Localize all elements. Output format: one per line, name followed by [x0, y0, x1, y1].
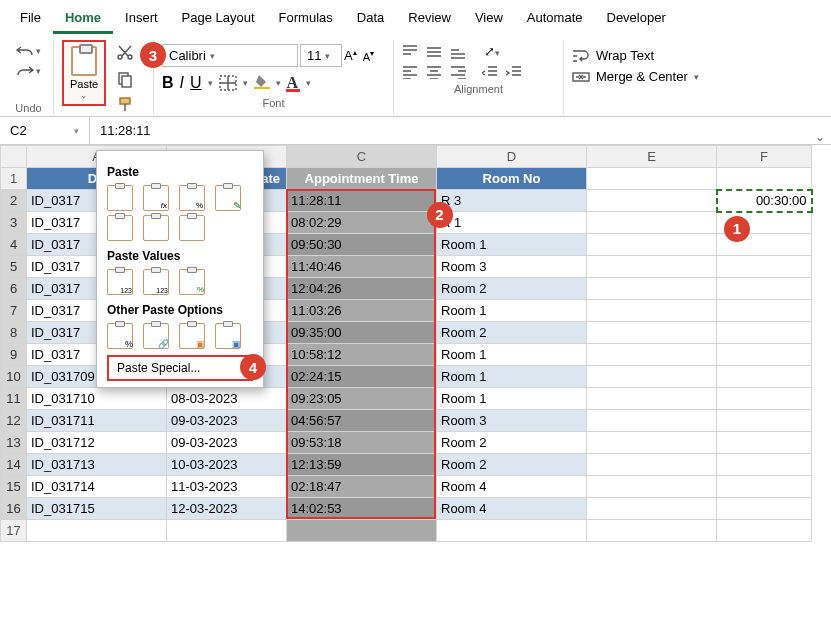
copy-icon[interactable] [116, 70, 134, 88]
cell[interactable] [587, 432, 717, 454]
cell[interactable]: Room 4 [437, 476, 587, 498]
paste-formatting[interactable]: % [107, 323, 133, 349]
cell[interactable] [717, 278, 812, 300]
cell[interactable] [587, 168, 717, 190]
cell[interactable] [167, 520, 287, 542]
tab-automate[interactable]: Automate [515, 4, 595, 34]
redo-button[interactable]: ▾ [16, 64, 41, 78]
cell[interactable]: 09:23:05 [287, 388, 437, 410]
cell[interactable]: 08:02:29 [287, 212, 437, 234]
cell[interactable] [587, 454, 717, 476]
underline-button[interactable]: U [190, 74, 202, 92]
cell[interactable] [587, 520, 717, 542]
cell[interactable] [587, 322, 717, 344]
paste-option-noborders[interactable] [107, 215, 133, 241]
cell[interactable] [717, 366, 812, 388]
row-header[interactable]: 7 [1, 300, 27, 322]
cut-icon[interactable] [116, 44, 134, 62]
cell[interactable] [717, 344, 812, 366]
row-header[interactable]: 17 [1, 520, 27, 542]
cell[interactable] [717, 432, 812, 454]
row-header[interactable]: 8 [1, 322, 27, 344]
wrap-text-button[interactable]: Wrap Text [572, 48, 699, 63]
cell[interactable]: Room 2 [437, 432, 587, 454]
paste-option-widths[interactable] [143, 215, 169, 241]
increase-indent-icon[interactable] [506, 65, 522, 79]
collapse-ribbon-icon[interactable]: ⌄ [815, 130, 825, 144]
cell[interactable]: 10-03-2023 [167, 454, 287, 476]
cell[interactable]: 09:50:30 [287, 234, 437, 256]
row-header[interactable]: 5 [1, 256, 27, 278]
cell[interactable] [27, 520, 167, 542]
cell[interactable] [717, 388, 812, 410]
tab-home[interactable]: Home [53, 4, 113, 34]
cell[interactable]: 09-03-2023 [167, 410, 287, 432]
formula-value[interactable]: 11:28:11 [90, 117, 831, 144]
borders-icon[interactable] [219, 75, 237, 91]
tab-data[interactable]: Data [345, 4, 396, 34]
cell[interactable]: Room 1 [437, 388, 587, 410]
cell[interactable]: Room 2 [437, 454, 587, 476]
cell[interactable]: R 1 [437, 212, 587, 234]
cell[interactable]: Room 1 [437, 234, 587, 256]
cell[interactable]: Room 1 [437, 300, 587, 322]
cell[interactable]: 14:02:53 [287, 498, 437, 520]
row-header[interactable]: 2 [1, 190, 27, 212]
cell[interactable] [717, 454, 812, 476]
cell[interactable]: 09:35:00 [287, 322, 437, 344]
row-header[interactable]: 16 [1, 498, 27, 520]
paste-values-source[interactable]: % [179, 269, 205, 295]
cell[interactable]: ID_031713 [27, 454, 167, 476]
italic-button[interactable]: I [180, 74, 184, 92]
font-color-icon[interactable]: A [287, 74, 301, 92]
row-header[interactable]: 10 [1, 366, 27, 388]
row-header[interactable]: 4 [1, 234, 27, 256]
cell[interactable]: Room 3 [437, 256, 587, 278]
paste-values[interactable]: 123 [107, 269, 133, 295]
cell[interactable]: 12:04:26 [287, 278, 437, 300]
cell[interactable]: ID_031710 [27, 388, 167, 410]
cell[interactable] [587, 410, 717, 432]
cell[interactable] [587, 212, 717, 234]
table-header[interactable]: Room No [437, 168, 587, 190]
cell[interactable]: 00:30:00 [717, 190, 812, 212]
cell[interactable]: ID_031714 [27, 476, 167, 498]
col-header-D[interactable]: D [437, 146, 587, 168]
cell[interactable]: Room 3 [437, 410, 587, 432]
align-bottom-icon[interactable] [450, 45, 466, 59]
cell[interactable]: 09-03-2023 [167, 432, 287, 454]
tab-insert[interactable]: Insert [113, 4, 170, 34]
cell[interactable] [287, 520, 437, 542]
cell[interactable]: R 3 [437, 190, 587, 212]
paste-option-formulas-format[interactable]: % [179, 185, 205, 211]
cell[interactable]: ID_031711 [27, 410, 167, 432]
row-header[interactable]: 14 [1, 454, 27, 476]
paste-picture[interactable]: ▣ [179, 323, 205, 349]
cell[interactable]: 09:53:18 [287, 432, 437, 454]
col-header-C[interactable]: C [287, 146, 437, 168]
cell[interactable] [717, 498, 812, 520]
grow-font-icon[interactable]: A▴ [344, 48, 357, 63]
cell[interactable]: Room 2 [437, 278, 587, 300]
paste-button[interactable]: Paste ⌄ [62, 40, 106, 106]
undo-button[interactable]: ▾ [16, 44, 41, 58]
name-box[interactable]: C2▾ [0, 117, 90, 144]
cell[interactable]: 02:18:47 [287, 476, 437, 498]
cell[interactable] [587, 300, 717, 322]
cell[interactable] [587, 234, 717, 256]
cell[interactable]: 02:24:15 [287, 366, 437, 388]
cell[interactable] [587, 256, 717, 278]
cell[interactable] [717, 476, 812, 498]
align-right-icon[interactable] [450, 65, 466, 79]
cell[interactable]: 11-03-2023 [167, 476, 287, 498]
cell[interactable] [587, 498, 717, 520]
cell[interactable] [437, 520, 587, 542]
tab-pagelayout[interactable]: Page Layout [170, 4, 267, 34]
paste-option-source-format[interactable]: ✎ [215, 185, 241, 211]
col-header-E[interactable]: E [587, 146, 717, 168]
paste-option-formulas[interactable]: fx [143, 185, 169, 211]
bold-button[interactable]: B [162, 74, 174, 92]
cell[interactable]: 11:28:11 [287, 190, 437, 212]
cell[interactable]: Room 1 [437, 344, 587, 366]
cell[interactable] [717, 168, 812, 190]
